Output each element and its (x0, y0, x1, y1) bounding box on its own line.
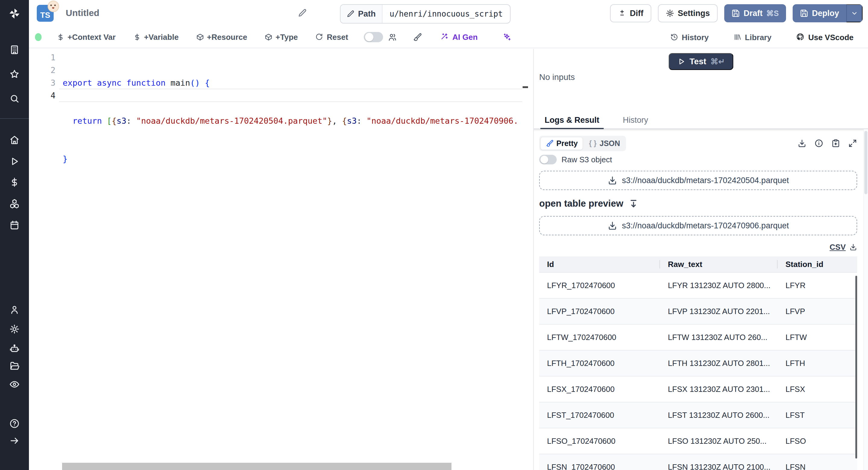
deploy-button[interactable]: Deploy (793, 4, 846, 22)
schedules-calendar-icon[interactable] (9, 220, 20, 230)
add-context-var-button[interactable]: +Context Var (55, 32, 118, 42)
settings-button[interactable]: Settings (658, 4, 718, 22)
sparkles-icon[interactable] (502, 33, 512, 41)
pencil-icon (347, 10, 354, 18)
users-icon[interactable] (388, 33, 397, 41)
variables-dollar-icon[interactable] (9, 177, 20, 187)
column-header-id[interactable]: Id (539, 257, 660, 272)
table-row[interactable]: LFYR_1702470600 LFYR 131230Z AUTO 2800..… (539, 272, 857, 298)
pretty-view-button[interactable]: Pretty (540, 137, 583, 150)
library-label: Library (745, 33, 772, 42)
path-value[interactable]: u/henri/innocuous_script (382, 5, 510, 23)
workers-bot-icon[interactable] (9, 344, 20, 354)
code-content[interactable]: export async function main() { return [{… (63, 51, 533, 229)
s3-download-button-1[interactable]: s3://noaa/duckdb/metars-1702420504.parqu… (539, 171, 857, 190)
brace-token: } (63, 154, 67, 164)
ai-gen-button[interactable]: AI Gen (438, 32, 479, 42)
cell-station-id: LFTH (778, 350, 857, 376)
cell-station-id: LFST (778, 402, 857, 428)
table-row[interactable]: LFVP_1702470600 LFVP 131230Z AUTO 2201..… (539, 298, 857, 324)
table-row[interactable]: LFST_1702470600 LFST 131230Z AUTO 2600..… (539, 402, 857, 428)
script-path-field[interactable]: Path u/henri/innocuous_script (340, 4, 510, 24)
cell-station-id: LFSO (778, 428, 857, 454)
save-icon (800, 9, 808, 18)
use-vscode-button[interactable]: Use VScode (795, 33, 855, 42)
cell-raw-text: LFSN 131230Z AUTO 2100... (660, 454, 778, 470)
gear-icon (666, 9, 674, 18)
add-resource-button[interactable]: +Resource (194, 32, 249, 42)
tab-history[interactable]: History (619, 116, 652, 128)
history-button[interactable]: History (669, 33, 711, 42)
favorites-star-icon[interactable] (9, 69, 20, 79)
resources-boxes-icon[interactable] (9, 199, 20, 209)
reset-label: Reset (327, 33, 348, 42)
table-row[interactable]: LFSX_1702470600 LFSX 131230Z AUTO 2301..… (539, 376, 857, 402)
code-line-2: return [{s3: "noaa/duckdb/metars-1702420… (63, 115, 533, 127)
draft-button[interactable]: Draft ⌘S (724, 4, 786, 22)
workspace-building-icon[interactable] (9, 45, 20, 55)
s3-download-button-2[interactable]: s3://noaa/duckdb/metars-1702470906.parqu… (539, 216, 857, 235)
add-variable-button[interactable]: +Variable (131, 32, 181, 42)
panel-scrollbar-track[interactable] (864, 129, 868, 470)
diff-button[interactable]: Diff (610, 4, 651, 22)
diff-mode-toggle[interactable] (364, 32, 383, 42)
expand-fullscreen-icon[interactable] (848, 139, 857, 148)
open-table-preview-row[interactable]: open table preview (539, 197, 857, 210)
library-button[interactable]: Library (732, 33, 773, 42)
cell-station-id: LFYR (778, 272, 857, 298)
download-result-icon[interactable] (798, 139, 807, 148)
test-shortcut: ⌘↵ (710, 57, 725, 66)
reset-rotate-icon (315, 33, 324, 41)
raw-s3-toggle[interactable] (539, 155, 557, 165)
colon-token: : (126, 116, 136, 125)
overview-ruler-cursor-marker (523, 86, 528, 88)
parens-token: () (190, 78, 200, 87)
table-row[interactable]: LFTH_1702470600 LFTH 131230Z AUTO 2801..… (539, 350, 857, 376)
csv-export-row: CSV (539, 242, 857, 252)
column-header-station-id[interactable]: Station_id (778, 257, 857, 272)
brace-token: } (327, 116, 332, 125)
code-line-1: export async function main() { (63, 77, 533, 89)
download-icon[interactable] (849, 243, 857, 251)
toggle-knob (540, 156, 548, 164)
column-header-raw-text[interactable]: Raw_text (660, 257, 778, 272)
edit-summary-pencil-icon[interactable] (298, 8, 307, 18)
table-header-row: Id Raw_text Station_id (539, 257, 857, 272)
vscode-cat-icon (796, 33, 805, 42)
windmill-logo-icon[interactable] (8, 7, 21, 20)
horizontal-scrollbar[interactable] (62, 463, 452, 470)
help-icon[interactable] (9, 418, 20, 429)
code-editor[interactable]: 1 2 3 4 export async function main() { r… (29, 49, 533, 470)
audit-eye-icon[interactable] (9, 379, 20, 389)
copy-to-clipboard-icon[interactable] (831, 139, 840, 148)
cell-id: LFSX_1702470600 (539, 376, 660, 402)
table-row[interactable]: LFSN_1702470600 LFSN 131230Z AUTO 2100..… (539, 454, 857, 470)
table-scrollbar-thumb[interactable] (855, 276, 857, 459)
home-icon[interactable] (9, 135, 20, 145)
folders-open-icon[interactable] (9, 361, 20, 371)
runs-play-icon[interactable] (9, 156, 20, 167)
add-type-button[interactable]: +Type (263, 32, 300, 42)
table-row[interactable]: LFTW_1702470600 LFTW 131230Z AUTO 260...… (539, 324, 857, 350)
cell-id: LFVP_1702470600 (539, 298, 660, 324)
settings-gear-icon[interactable] (9, 324, 20, 334)
panel-scrollbar-thumb[interactable] (864, 131, 867, 194)
collapse-arrow-right-icon[interactable] (9, 436, 20, 446)
result-actions (798, 139, 857, 148)
info-icon[interactable] (814, 139, 824, 148)
chevron-down-icon (850, 9, 858, 17)
reset-button[interactable]: Reset (313, 32, 350, 42)
run-panel: Test ⌘↵ No inputs Logs & Result History … (533, 49, 868, 470)
csv-export-link[interactable]: CSV (830, 242, 846, 252)
test-button[interactable]: Test ⌘↵ (669, 53, 733, 70)
add-type-label: +Type (276, 33, 298, 42)
windmill-script-editor: TS Untitled Path u/henri/innocuous_scrip… (0, 0, 868, 470)
deploy-dropdown-button[interactable] (846, 4, 863, 22)
json-view-button[interactable]: { } JSON (584, 137, 625, 150)
search-icon[interactable] (9, 93, 20, 104)
user-icon[interactable] (9, 305, 20, 315)
tab-logs-result[interactable]: Logs & Result (540, 116, 604, 128)
code-line-4 (63, 190, 533, 203)
format-brush-icon[interactable] (412, 33, 422, 41)
table-row[interactable]: LFSO_1702470600 LFSO 131230Z AUTO 250...… (539, 428, 857, 454)
